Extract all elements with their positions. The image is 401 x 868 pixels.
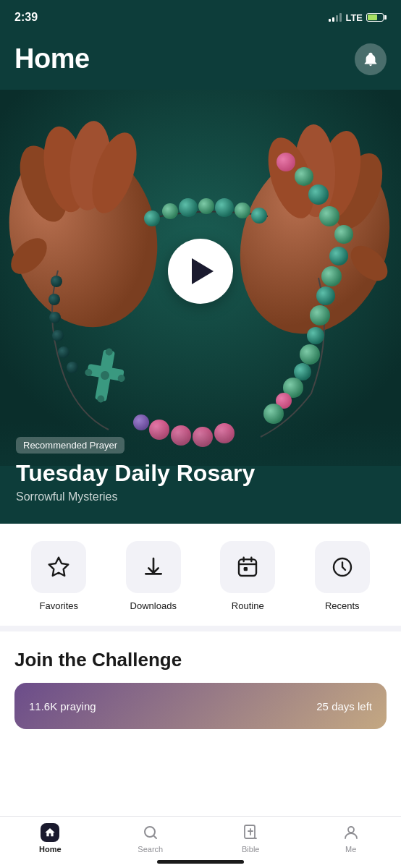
downloads-icon-box [126, 541, 181, 593]
svg-point-18 [67, 362, 78, 373]
recommended-badge: Recommended Prayer [16, 437, 124, 454]
svg-point-23 [316, 286, 335, 305]
svg-point-46 [144, 210, 160, 226]
recents-icon-box [315, 541, 370, 593]
favorites-label: Favorites [40, 600, 78, 611]
svg-rect-53 [239, 559, 256, 576]
search-nav-label: Search [138, 845, 163, 854]
recents-label: Recents [325, 600, 360, 611]
svg-point-27 [294, 363, 311, 380]
svg-point-30 [263, 404, 284, 424]
signal-icon [329, 13, 342, 22]
challenge-praying-count: 11.6K praying [29, 700, 96, 712]
svg-point-47 [162, 203, 178, 219]
me-nav-icon [341, 822, 361, 843]
section-divider [0, 626, 401, 631]
recents-action[interactable]: Recents [295, 541, 390, 611]
nav-home[interactable]: Home [0, 822, 101, 854]
nav-search[interactable]: Search [101, 822, 201, 854]
svg-point-13 [51, 276, 62, 287]
svg-point-24 [310, 305, 330, 326]
svg-rect-54 [244, 567, 248, 571]
bible-nav-icon [240, 822, 261, 843]
hero-section: Home Recommended Prayer Tuesday Daily Ro… [0, 32, 401, 524]
play-icon [192, 258, 214, 284]
hero-header: Home [0, 32, 401, 87]
favorites-icon-box [31, 541, 86, 593]
page-title: Home [14, 43, 90, 75]
svg-point-20 [334, 225, 353, 244]
play-button[interactable] [168, 239, 233, 304]
home-icon [44, 827, 56, 838]
svg-point-48 [179, 198, 198, 217]
nav-bible[interactable]: Bible [200, 822, 301, 854]
svg-point-25 [307, 327, 324, 344]
svg-point-49 [198, 198, 214, 214]
home-nav-icon [40, 822, 60, 843]
bell-icon [363, 51, 379, 67]
battery-icon [366, 13, 387, 22]
me-nav-label: Me [345, 845, 356, 854]
svg-point-15 [49, 312, 61, 323]
network-label: LTE [345, 12, 363, 23]
clock-icon [331, 556, 354, 579]
svg-point-16 [52, 330, 64, 341]
home-nav-label: Home [39, 845, 62, 854]
svg-point-37 [295, 167, 313, 186]
svg-point-22 [321, 266, 342, 286]
routine-label: Routine [232, 600, 264, 611]
search-nav-icon [140, 822, 161, 843]
search-icon [142, 824, 159, 841]
svg-point-52 [251, 208, 267, 224]
svg-point-36 [308, 184, 329, 205]
hero-bottom-content: Recommended Prayer Tuesday Daily Rosary … [0, 422, 401, 524]
status-bar: 2:39 LTE [0, 0, 401, 32]
svg-point-58 [348, 827, 354, 833]
person-icon [342, 824, 360, 841]
svg-point-21 [329, 247, 348, 265]
favorites-action[interactable]: Favorites [12, 541, 106, 611]
content-area: Favorites Downloads Routine [0, 524, 401, 816]
downloads-label: Downloads [130, 600, 177, 611]
status-time: 2:39 [14, 11, 38, 24]
downloads-action[interactable]: Downloads [106, 541, 201, 611]
routine-icon-box [220, 541, 275, 593]
bottom-padding [0, 744, 401, 816]
prayer-title: Tuesday Daily Rosary [16, 461, 385, 486]
svg-point-26 [300, 344, 320, 365]
home-indicator [157, 860, 244, 864]
status-icons: LTE [329, 12, 387, 23]
notifications-button[interactable] [355, 43, 387, 75]
svg-point-14 [48, 294, 60, 305]
svg-point-51 [235, 203, 250, 218]
challenge-section: Join the Challenge 11.6K praying 25 days… [0, 631, 401, 744]
svg-point-38 [277, 153, 295, 171]
bible-nav-label: Bible [242, 845, 259, 854]
quick-actions: Favorites Downloads Routine [0, 524, 401, 626]
prayer-subtitle: Sorrowful Mysteries [16, 490, 385, 503]
download-icon [142, 556, 165, 579]
svg-point-19 [319, 206, 339, 226]
calendar-icon [236, 556, 259, 579]
nav-me[interactable]: Me [301, 822, 402, 854]
challenge-card[interactable]: 11.6K praying 25 days left [14, 683, 387, 729]
challenge-title: Join the Challenge [14, 649, 387, 671]
svg-point-50 [215, 198, 234, 217]
svg-point-56 [145, 827, 155, 837]
challenge-days-left: 25 days left [316, 700, 372, 712]
bible-icon [242, 824, 259, 841]
svg-point-17 [58, 346, 69, 358]
star-icon [47, 556, 70, 579]
svg-rect-57 [245, 825, 255, 838]
routine-action[interactable]: Routine [200, 541, 295, 611]
